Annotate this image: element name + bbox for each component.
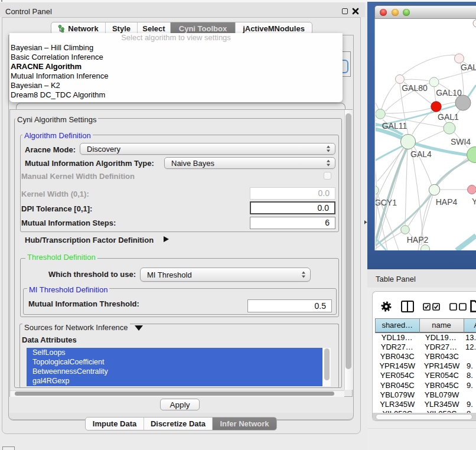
svg-text:GAL1: GAL1 xyxy=(438,112,459,122)
svg-text:HAP4: HAP4 xyxy=(436,197,458,207)
svg-text:GAL10: GAL10 xyxy=(436,88,462,97)
svg-text:GAL80: GAL80 xyxy=(402,83,428,93)
svg-text:HAP2: HAP2 xyxy=(407,235,429,244)
svg-text:GCY1: GCY1 xyxy=(376,198,397,207)
svg-text:SWI4: SWI4 xyxy=(451,137,471,146)
svg-text:Y: Y xyxy=(472,197,476,206)
svg-text:GAL11: GAL11 xyxy=(382,121,407,131)
svg-text:GAL: GAL xyxy=(461,63,476,72)
svg-text:GAL4: GAL4 xyxy=(410,149,432,159)
